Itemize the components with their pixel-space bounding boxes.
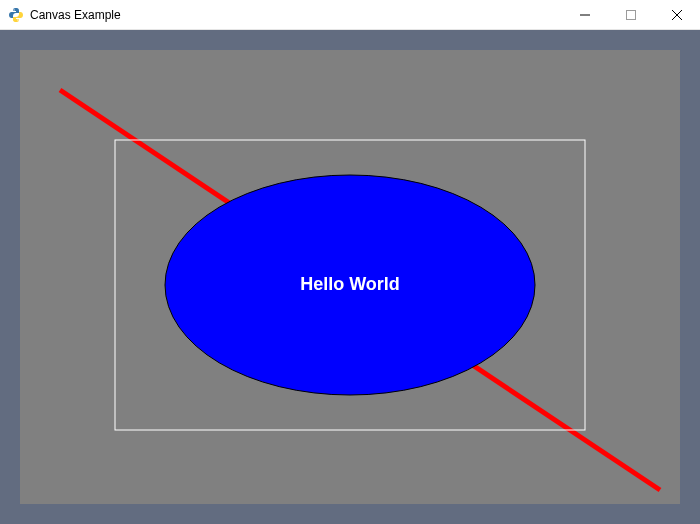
window-title: Canvas Example <box>30 8 121 22</box>
client-area: Hello World <box>0 30 700 524</box>
maximize-button[interactable] <box>608 0 654 29</box>
svg-point-0 <box>13 9 14 10</box>
svg-rect-2 <box>627 10 636 19</box>
window-controls <box>562 0 700 29</box>
canvas[interactable]: Hello World <box>20 50 680 504</box>
canvas-text: Hello World <box>300 274 400 294</box>
minimize-button[interactable] <box>562 0 608 29</box>
window-titlebar: Canvas Example <box>0 0 700 30</box>
app-icon <box>8 7 24 23</box>
svg-point-1 <box>17 19 18 20</box>
close-button[interactable] <box>654 0 700 29</box>
